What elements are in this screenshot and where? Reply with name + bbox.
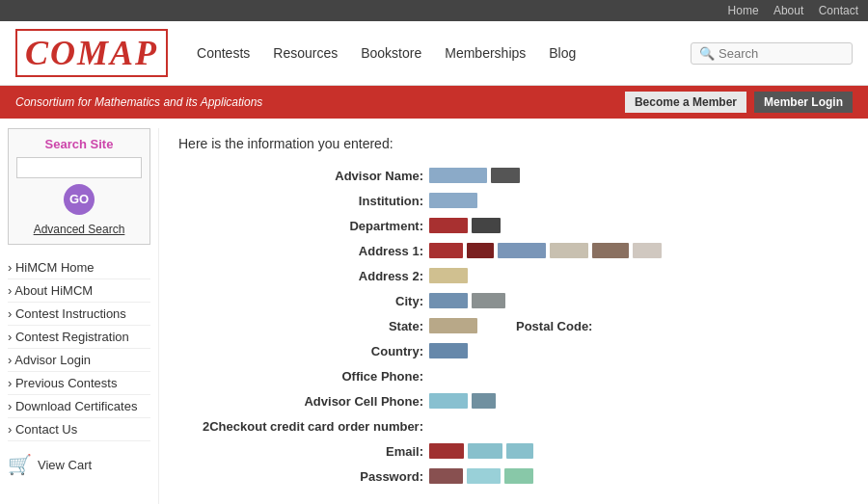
sidebar: Search Site GO Advanced Search HiMCM Hom… (0, 128, 159, 504)
search-site-title: Search Site (16, 137, 142, 151)
search-site-input[interactable] (16, 157, 142, 178)
label-office-phone: Office Phone: (198, 369, 429, 384)
banner-buttons: Become a Member Member Login (625, 92, 853, 113)
redacted-block (429, 343, 468, 358)
redacted-block (429, 168, 487, 183)
search-icon: 🔍 (699, 46, 715, 61)
label-institution: Institution: (198, 194, 429, 208)
view-cart[interactable]: 🛒 View Cart (8, 453, 150, 476)
value-email (429, 443, 533, 459)
label-cell-phone: Advisor Cell Phone: (198, 394, 429, 409)
redacted-block (467, 468, 501, 484)
form-info-table: Advisor Name: Institution: Department: (198, 165, 849, 487)
form-row-address1: Address 1: (198, 240, 849, 261)
label-state: State: (198, 319, 429, 333)
search-site-box: Search Site GO Advanced Search (8, 128, 150, 245)
redacted-block (550, 243, 588, 258)
redacted-block (472, 393, 496, 409)
form-row-email: Email: (198, 440, 849, 462)
redacted-block (506, 443, 533, 459)
sidebar-item-advisor-login[interactable]: Advisor Login (8, 349, 150, 372)
form-row-country: Country: (198, 340, 849, 361)
value-state (429, 318, 506, 333)
sidebar-item-himcm-home[interactable]: HiMCM Home (8, 256, 150, 279)
redacted-block (468, 443, 502, 459)
label-email: Email: (198, 444, 429, 459)
label-country: Country: (198, 344, 429, 358)
top-nav-about[interactable]: About (773, 4, 803, 17)
search-input[interactable] (719, 46, 844, 61)
redacted-block (429, 268, 468, 283)
value-institution (429, 193, 477, 208)
sidebar-item-previous-contests[interactable]: Previous Contests (8, 372, 150, 395)
main-nav: Contests Resources Bookstore Memberships… (197, 45, 691, 61)
site-logo[interactable]: COMAP (15, 29, 168, 77)
redacted-block (467, 243, 494, 258)
form-row-address2: Address 2: (198, 265, 849, 286)
redacted-block (491, 168, 520, 183)
form-row-cell-phone: Advisor Cell Phone: (198, 390, 849, 411)
label-city: City: (198, 294, 429, 308)
main-layout: Search Site GO Advanced Search HiMCM Hom… (0, 119, 868, 504)
form-row-state-postal: State: Postal Code: (198, 315, 849, 336)
form-row-office-phone: Office Phone: (198, 365, 849, 386)
cart-icon: 🛒 (8, 453, 32, 476)
redacted-block (429, 218, 468, 233)
form-row-advisor-name: Advisor Name: (198, 165, 849, 186)
become-member-button[interactable]: Become a Member (625, 92, 746, 113)
view-cart-label: View Cart (38, 458, 92, 472)
redacted-block (429, 293, 468, 308)
sidebar-item-contest-instructions[interactable]: Contest Instructions (8, 303, 150, 326)
redacted-block (429, 443, 464, 459)
form-row-city: City: (198, 290, 849, 311)
value-department (429, 218, 501, 233)
form-row-institution: Institution: (198, 190, 849, 211)
redacted-block (633, 243, 662, 258)
nav-blog[interactable]: Blog (549, 45, 576, 61)
form-row-department: Department: (198, 215, 849, 236)
value-address2 (429, 268, 468, 283)
redacted-block (472, 218, 501, 233)
top-bar: Home About Contact (0, 0, 868, 21)
redacted-block (472, 293, 505, 308)
label-advisor-name: Advisor Name: (198, 169, 429, 183)
sidebar-item-contest-registration[interactable]: Contest Registration (8, 326, 150, 349)
nav-bookstore[interactable]: Bookstore (361, 45, 421, 61)
nav-contests[interactable]: Contests (197, 45, 250, 61)
sidebar-item-contact-us[interactable]: Contact Us (8, 418, 150, 441)
banner-tagline: Consortium for Mathematics and its Appli… (15, 95, 262, 109)
search-box: 🔍 (691, 42, 853, 65)
nav-memberships[interactable]: Memberships (445, 45, 526, 61)
label-postal-code: Postal Code: (506, 319, 603, 333)
redacted-block (498, 243, 546, 258)
label-address1: Address 1: (198, 244, 429, 258)
sidebar-item-download-certificates[interactable]: Download Certificates (8, 395, 150, 418)
redacted-block (429, 393, 468, 409)
sidebar-nav: HiMCM Home About HiMCM Contest Instructi… (8, 256, 150, 441)
red-banner: Consortium for Mathematics and its Appli… (0, 86, 868, 119)
value-advisor-name (429, 168, 520, 183)
value-password (429, 468, 533, 484)
label-department: Department: (198, 219, 429, 233)
label-password: Password: (198, 469, 429, 484)
content-area: Here is the information you entered: Adv… (159, 128, 868, 504)
nav-resources[interactable]: Resources (273, 45, 338, 61)
member-login-button[interactable]: Member Login (754, 92, 853, 113)
label-address2: Address 2: (198, 269, 429, 283)
redacted-block (592, 243, 629, 258)
site-header: COMAP Contests Resources Bookstore Membe… (0, 21, 868, 86)
form-row-password: Password: (198, 465, 849, 487)
value-cell-phone (429, 393, 496, 409)
top-nav-contact[interactable]: Contact (819, 4, 858, 17)
redacted-block (429, 468, 463, 484)
label-2checkout: 2Checkout credit card order number: (198, 419, 429, 434)
go-button[interactable]: GO (64, 184, 95, 215)
advanced-search-link[interactable]: Advanced Search (16, 223, 142, 236)
content-header: Here is the information you entered: (178, 136, 849, 151)
form-row-2checkout: 2Checkout credit card order number: (198, 415, 849, 437)
redacted-block (429, 318, 477, 333)
top-nav-home[interactable]: Home (728, 4, 759, 17)
redacted-block (429, 193, 477, 208)
sidebar-item-about-himcm[interactable]: About HiMCM (8, 279, 150, 303)
value-city (429, 293, 505, 308)
